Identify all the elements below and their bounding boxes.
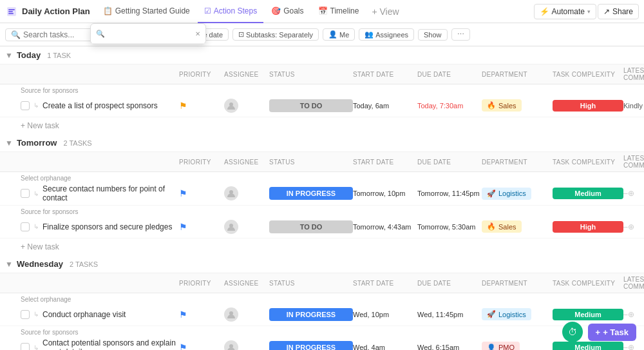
section-header-today[interactable]: ▼ Today 1 TASK [0, 46, 644, 64]
dropdown-search-area[interactable]: 🔍 ✕ [91, 24, 205, 44]
comment-dash: – [623, 189, 628, 198]
share-button[interactable]: ↗ Share [598, 4, 639, 19]
row-add-icon[interactable]: ⊕ [628, 222, 634, 231]
assignee-cell [224, 220, 269, 234]
automate-icon: ⚡ [540, 7, 549, 16]
comment-cell: – [623, 310, 628, 319]
task-name-cell: ↳ Secure contact numbers for point of co… [5, 184, 179, 202]
priority-flag-icon[interactable]: ⚑ [179, 101, 187, 111]
task-checkbox[interactable] [21, 101, 30, 110]
department-badge[interactable]: 🔥 Sales [482, 99, 522, 112]
subtask-indent-icon: ↳ [33, 190, 39, 197]
task-checkbox[interactable] [21, 222, 30, 231]
status-cell[interactable]: IN PROGRESS [269, 187, 353, 200]
complexity-badge[interactable]: High [553, 100, 623, 112]
priority-flag-icon[interactable]: ⚑ [179, 342, 187, 350]
row-add-icon[interactable]: ⊕ [628, 310, 634, 319]
status-badge[interactable]: IN PROGRESS [269, 187, 353, 200]
section-wednesday: ▼ Wednesday 2 TASKS PRIORITY ASSIGNEE ST… [0, 255, 644, 350]
task-row: ↳ Create a list of prospect sponsors ⚑ T… [0, 94, 644, 117]
more-filters-chip[interactable]: ⋯ [451, 28, 470, 41]
complexity-cell: Medium [553, 342, 623, 350]
assignees-chip[interactable]: 👥 Assignees [359, 28, 414, 41]
column-headers: PRIORITY ASSIGNEE STATUS START DATE DUE … [0, 152, 644, 172]
add-tab-button[interactable]: + View [366, 6, 404, 17]
status-cell[interactable]: IN PROGRESS [269, 308, 353, 321]
me-chip[interactable]: 👤 Me [323, 28, 355, 41]
department-badge[interactable]: 🚀 Logistics [482, 188, 531, 200]
assignee-avatar[interactable] [224, 220, 238, 234]
svg-rect-1 [8, 9, 15, 10]
dropdown-search-icon: 🔍 [96, 30, 105, 38]
dept-name: Logistics [498, 190, 526, 197]
assignee-avatar[interactable] [224, 186, 238, 200]
complexity-badge[interactable]: Medium [553, 188, 623, 199]
dropdown-close-icon[interactable]: ✕ [195, 30, 200, 37]
row-add-icon[interactable]: ⊕ [628, 189, 634, 198]
department-badge[interactable]: 🚀 Logistics [482, 308, 531, 320]
svg-rect-2 [8, 11, 13, 12]
tab-action-steps[interactable]: ☑ Action Steps [198, 0, 263, 23]
dropdown-search-input[interactable] [108, 29, 193, 38]
row-add-cell[interactable]: ⊕ [628, 189, 641, 198]
new-task-button[interactable]: + + Task [588, 324, 636, 341]
section-toggle-tomorrow[interactable]: ▼ [5, 139, 13, 148]
status-cell[interactable]: TO DO [269, 220, 353, 233]
assignee-avatar[interactable] [224, 340, 238, 350]
due-date-cell: Wed, 6:15am [417, 343, 482, 350]
task-checkbox[interactable] [21, 343, 30, 350]
complexity-badge[interactable]: High [553, 221, 623, 233]
complexity-badge[interactable]: Medium [553, 342, 623, 350]
search-icon: 🔍 [11, 30, 21, 39]
section-toggle-wednesday[interactable]: ▼ [5, 260, 13, 269]
timer-button[interactable]: ⏱ [562, 322, 583, 342]
share-icon: ↗ [603, 7, 610, 16]
section-toggle-today[interactable]: ▼ [5, 51, 13, 60]
assignee-avatar[interactable] [224, 99, 238, 113]
tab-goals[interactable]: 🎯 Goals [265, 0, 310, 23]
priority-flag-icon[interactable]: ⚑ [179, 222, 187, 232]
status-cell[interactable]: IN PROGRESS [269, 341, 353, 350]
status-badge[interactable]: IN PROGRESS [269, 308, 353, 321]
status-badge[interactable]: TO DO [269, 220, 353, 233]
row-add-cell[interactable]: ⊕ [628, 310, 641, 319]
comment-dash: – [623, 343, 628, 350]
status-badge[interactable]: IN PROGRESS [269, 341, 353, 350]
assignee-cell [224, 340, 269, 350]
filter-bar: 🔍 ▾ 🔍 ✕ 🔽 1 ⊞ Group by: Due date ⊡ Subta… [0, 23, 644, 46]
status-badge[interactable]: TO DO [269, 99, 353, 112]
assignee-avatar[interactable] [224, 307, 238, 322]
col-assignee: ASSIGNEE [224, 276, 269, 290]
department-badge[interactable]: 👤 PMO [482, 342, 520, 351]
subtask-group-label: Select orphanage [0, 172, 644, 182]
subtasks-chip[interactable]: ⊡ Subtasks: Separately [232, 28, 319, 41]
status-cell[interactable]: TO DO [269, 99, 353, 112]
search-input[interactable] [23, 30, 97, 39]
add-task-tomorrow[interactable]: + New task [0, 238, 644, 255]
automate-button[interactable]: ⚡ Automate ▾ [534, 4, 596, 19]
due-date-text: Tomorrow, 5:30am [417, 223, 475, 231]
task-checkbox[interactable] [21, 189, 30, 198]
section-header-wednesday[interactable]: ▼ Wednesday 2 TASKS [0, 255, 644, 273]
comment-cell: – [623, 222, 628, 231]
col-task [5, 155, 179, 169]
row-add-icon[interactable]: ⊕ [628, 343, 634, 350]
tab-timeline[interactable]: 📅 Timeline [312, 0, 366, 23]
complexity-badge[interactable]: Medium [553, 309, 623, 320]
tab-getting-started-icon: 📋 [103, 6, 113, 15]
priority-cell: ⚑ [179, 342, 224, 350]
tab-getting-started[interactable]: 📋 Getting Started Guide [97, 0, 196, 23]
department-badge[interactable]: 🔥 Sales [482, 220, 522, 233]
add-task-today[interactable]: + New task [0, 117, 644, 134]
show-chip[interactable]: Show [418, 29, 448, 41]
department-cell: 🔥 Sales [482, 220, 553, 233]
task-checkbox[interactable] [21, 310, 30, 319]
col-status: STATUS [269, 276, 353, 290]
row-add-cell[interactable]: ⊕ [628, 343, 641, 350]
task-row: ↳ Finalize sponsors and secure pledges ⚑… [0, 215, 644, 238]
priority-flag-icon[interactable]: ⚑ [179, 188, 187, 199]
due-date-cell: Today, 7:30am [417, 101, 482, 110]
row-add-cell[interactable]: ⊕ [628, 222, 641, 231]
section-header-tomorrow[interactable]: ▼ Tomorrow 2 TASKS [0, 134, 644, 152]
priority-flag-icon[interactable]: ⚑ [179, 309, 187, 320]
